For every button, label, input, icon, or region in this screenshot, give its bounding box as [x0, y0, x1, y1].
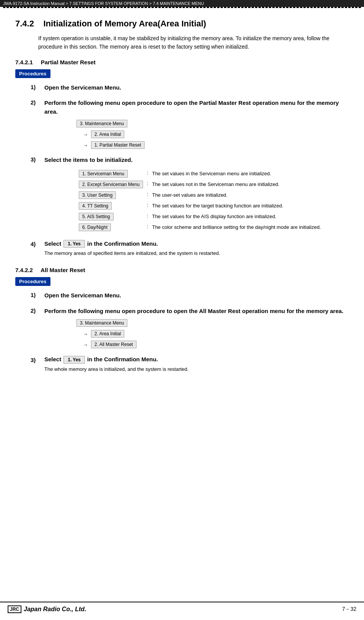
proc-text-2-2: Perform the following menu open procedur…: [44, 307, 343, 316]
menu-box-area-initial: 2. Area Initial: [91, 131, 124, 138]
menu-flow-row-2: → 2. Area Initial: [76, 131, 349, 138]
proc-text-2-1: Open the Serviceman Menu.: [44, 291, 121, 300]
procedures-list-2: 1) Open the Serviceman Menu. 2) Perform …: [31, 291, 349, 372]
init-item-label: 2. Except Serviceman Menu: [76, 179, 145, 190]
table-row: 5. AIS Setting:The set values for the AI…: [76, 211, 323, 222]
proc-text-after-1-4: in the Confirmation Menu.: [87, 240, 158, 248]
menu-box-partial-reset: 1. Partial Master Reset: [91, 141, 145, 149]
init-item-colon: :: [145, 190, 150, 201]
menu-box2-maintenance: 3. Maintenance Menu: [76, 319, 127, 327]
subsection2-number: 7.4.2.2: [15, 267, 33, 273]
page-number: 7－32: [342, 606, 356, 613]
init-menu-box: 4. TT Setting: [79, 202, 112, 210]
footer-logo: JRC Japan Radio Co., Ltd.: [8, 605, 86, 613]
menu-flow-row-3: → 1. Partial Master Reset: [76, 141, 349, 149]
proc-item-1-4: 4) Select 1. Yes in the Confirmation Men…: [31, 240, 349, 256]
init-item-colon: :: [145, 201, 150, 211]
arrow-icon-2: →: [76, 142, 88, 148]
procedures-badge-1: Procedures: [15, 69, 50, 78]
init-item-desc: The set values for the AIS display funct…: [150, 211, 323, 222]
proc-num-1-3: 3): [31, 156, 44, 163]
yes-button-2[interactable]: 1. Yes: [63, 356, 85, 364]
confirmation-note-1: The memory areas of specified items are …: [44, 250, 349, 256]
confirmation-note-2: The whole memory area is initialized, an…: [44, 366, 349, 372]
section-heading: 7.4.2 Initialization of Memory Area(Area…: [15, 19, 349, 29]
section-intro: If system operation is unstable, it may …: [38, 34, 349, 51]
arrow-icon-1: →: [76, 132, 88, 137]
proc-item-2-2: 2) Perform the following menu open proce…: [31, 307, 349, 349]
init-item-desc: The set values in the Serviceman menu ar…: [150, 168, 323, 179]
table-row: 6. Day/Night:The color scheme and brilli…: [76, 222, 323, 233]
proc-text-1-2: Perform the following menu open procedur…: [44, 99, 349, 116]
proc-num-1-1: 1): [31, 83, 44, 90]
init-item-desc: The color scheme and brilliance setting …: [150, 222, 323, 233]
proc-num-2-1: 1): [31, 291, 44, 298]
subsection1-title: Partial Master Reset: [41, 59, 96, 65]
init-menu-box: 1. Serviceman Menu: [79, 170, 128, 178]
subsection1-heading: 7.4.2.1 Partial Master Reset: [15, 59, 349, 65]
proc-item-1-2: 2) Perform the following menu open proce…: [31, 99, 349, 149]
init-menu-box: 2. Except Serviceman Menu: [79, 181, 143, 188]
init-item-label: 6. Day/Night: [76, 222, 145, 233]
init-item-desc: The set values not in the Serviceman men…: [150, 179, 323, 190]
menu-flow-1: 3. Maintenance Menu → 2. Area Initial → …: [76, 120, 349, 149]
subsection2-heading: 7.4.2.2 All Master Reset: [15, 267, 349, 273]
procedures-list-1: 1) Open the Serviceman Menu. 2) Perform …: [31, 83, 349, 256]
menu-flow2-row-3: → 2. All Master Reset: [76, 341, 349, 348]
init-item-colon: :: [145, 211, 150, 222]
table-row: 3. User Setting:The user-set values are …: [76, 190, 323, 201]
init-items-table: 1. Serviceman Menu:The set values in the…: [76, 168, 323, 233]
subsection1-number: 7.4.2.1: [15, 59, 33, 65]
menu-flow2-row-2: → 2. Area Initial: [76, 330, 349, 338]
subsection2-title: All Master Reset: [41, 267, 85, 273]
proc-item-1-3: 3) Select the items to be initialized. 1…: [31, 156, 349, 233]
table-row: 2. Except Serviceman Menu:The set values…: [76, 179, 323, 190]
init-item-colon: :: [145, 222, 150, 233]
menu-flow2-row-1: 3. Maintenance Menu: [76, 319, 349, 327]
table-row: 1. Serviceman Menu:The set values in the…: [76, 168, 323, 179]
procedures-badge-2: Procedures: [15, 277, 50, 286]
proc-num-2-2: 2): [31, 307, 44, 314]
proc-num-2-3: 3): [31, 356, 44, 363]
init-item-colon: :: [145, 168, 150, 179]
proc-text-before-1-4: Select: [44, 240, 61, 248]
proc-item-2-3: 3) Select 1. Yes in the Confirmation Men…: [31, 355, 349, 372]
proc-item-2-1: 1) Open the Serviceman Menu.: [31, 291, 349, 300]
init-item-label: 4. TT Setting: [76, 201, 145, 211]
breadcrumb: JMA-9172-SA Instruction Manual > 7.SETTI…: [0, 0, 364, 7]
arrow-icon-3: →: [76, 331, 88, 337]
init-item-label: 5. AIS Setting: [76, 211, 145, 222]
init-item-desc: The set values for the target tracking f…: [150, 201, 323, 211]
menu-flow-2: 3. Maintenance Menu → 2. Area Initial → …: [76, 319, 349, 348]
proc-text-before-2-3: Select: [44, 355, 61, 364]
init-menu-box: 6. Day/Night: [79, 224, 111, 231]
company-name: Japan Radio Co., Ltd.: [24, 606, 86, 613]
arrow-icon-4: →: [76, 342, 88, 348]
init-item-label: 1. Serviceman Menu: [76, 168, 145, 179]
menu-box2-all-reset: 2. All Master Reset: [91, 341, 136, 348]
proc-num-1-4: 4): [31, 240, 44, 247]
table-row: 4. TT Setting:The set values for the tar…: [76, 201, 323, 211]
menu-box-maintenance: 3. Maintenance Menu: [76, 120, 127, 127]
section-title: Initialization of Memory Area(Area Initi…: [43, 19, 206, 28]
jrc-label: JRC: [8, 605, 21, 613]
section-number: 7.4.2: [15, 19, 34, 28]
yes-button-1[interactable]: 1. Yes: [63, 240, 85, 248]
menu-flow-row-1: 3. Maintenance Menu: [76, 120, 349, 127]
init-item-label: 3. User Setting: [76, 190, 145, 201]
init-menu-box: 5. AIS Setting: [79, 213, 114, 220]
proc-item-1-1: 1) Open the Serviceman Menu.: [31, 83, 349, 92]
footer: JRC Japan Radio Co., Ltd. 7－32: [0, 602, 364, 613]
init-item-colon: :: [145, 179, 150, 190]
proc-text-after-2-3: in the Confirmation Menu.: [87, 355, 158, 364]
proc-text-1-3: Select the items to be initialized.: [44, 156, 133, 165]
proc-text-1-1: Open the Serviceman Menu.: [44, 83, 121, 92]
proc-num-1-2: 2): [31, 99, 44, 106]
init-item-desc: The user-set values are initialized.: [150, 190, 323, 201]
menu-box2-area-initial: 2. Area Initial: [91, 330, 124, 338]
init-menu-box: 3. User Setting: [79, 191, 116, 199]
